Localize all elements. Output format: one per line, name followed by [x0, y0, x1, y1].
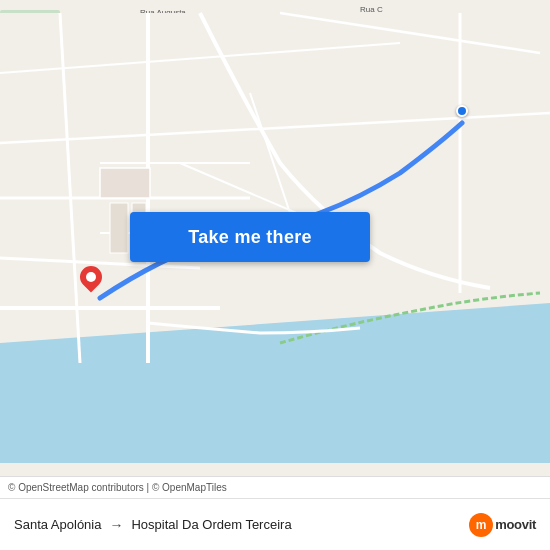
bottom-bar: Santa Apolónia → Hospital Da Ordem Terce… — [0, 498, 550, 550]
app-container: Socorro Mouraria Graça São Vicentede For… — [0, 0, 550, 550]
moovit-name: moovit — [495, 517, 536, 532]
take-me-there-button[interactable]: Take me there — [130, 212, 370, 262]
map-background: Socorro Mouraria Graça São Vicentede For… — [0, 0, 550, 476]
svg-rect-15 — [100, 168, 150, 198]
attribution-text: © OpenStreetMap contributors | © OpenMap… — [8, 482, 227, 493]
moovit-letter: m — [476, 518, 487, 532]
origin-label: Santa Apolónia — [14, 517, 101, 532]
destination-marker — [456, 105, 468, 117]
arrow-icon: → — [109, 517, 123, 533]
moovit-icon: m — [469, 513, 493, 537]
take-me-there-label: Take me there — [188, 227, 312, 248]
svg-rect-16 — [110, 203, 128, 253]
origin-pin — [80, 266, 102, 288]
destination-label: Hospital Da Ordem Terceira — [131, 517, 291, 532]
attribution-bar: © OpenStreetMap contributors | © OpenMap… — [0, 476, 550, 498]
moovit-logo: m moovit — [469, 513, 536, 537]
map-area: Socorro Mouraria Graça São Vicentede For… — [0, 0, 550, 476]
